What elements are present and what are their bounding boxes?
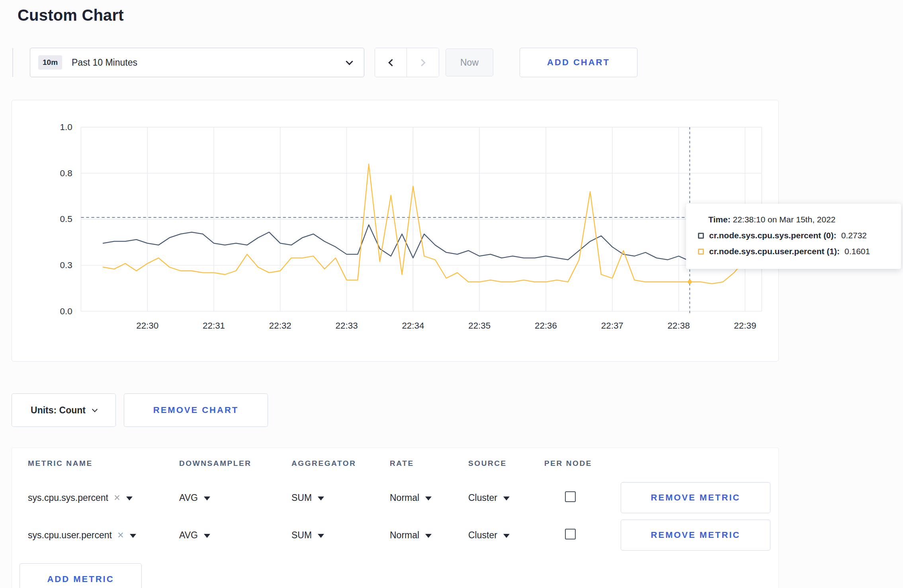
tooltip-time-label: Time: [708, 215, 731, 224]
header-source: SOURCE [468, 459, 544, 468]
cpu-line-chart[interactable]: 0.00.30.50.81.022:3022:3122:3222:3322:34… [12, 100, 778, 361]
units-dropdown[interactable]: Units: Count [12, 393, 116, 427]
remove-chart-button[interactable]: REMOVE CHART [124, 393, 268, 427]
svg-text:1.0: 1.0 [60, 122, 72, 132]
close-icon[interactable]: × [117, 530, 124, 541]
svg-text:22:31: 22:31 [203, 321, 225, 331]
downsampler-value: AVG [179, 530, 198, 541]
svg-text:22:33: 22:33 [336, 321, 358, 331]
source-select[interactable]: Cluster [468, 530, 544, 541]
remove-metric-button[interactable]: REMOVE METRIC [621, 482, 770, 513]
dropdown-arrow-icon [425, 534, 432, 538]
metrics-table: METRIC NAME DOWNSAMPLER AGGREGATOR RATE … [12, 448, 779, 588]
chevron-right-icon [418, 59, 425, 66]
tooltip-series-row: cr.node.sys.cpu.user.percent (1): 0.1601 [698, 247, 889, 256]
per-node-checkbox[interactable] [565, 491, 576, 502]
per-node-cell [544, 529, 621, 542]
svg-text:22:39: 22:39 [734, 321, 756, 331]
metric-name: sys.cpu.user.percent [28, 530, 112, 541]
header-per-node: PER NODE [544, 459, 621, 468]
aggregator-value: SUM [291, 530, 312, 541]
dropdown-arrow-icon [318, 534, 324, 538]
chevron-down-icon [92, 407, 98, 412]
svg-text:22:34: 22:34 [402, 321, 424, 331]
controls-divider [12, 48, 13, 77]
metrics-table-header: METRIC NAME DOWNSAMPLER AGGREGATOR RATE … [12, 448, 778, 479]
header-downsampler: DOWNSAMPLER [179, 459, 291, 468]
rate-select[interactable]: Normal [390, 493, 468, 503]
metric-row: sys.cpu.user.percent × AVG SUM Normal Cl… [12, 516, 778, 554]
add-metric-button[interactable]: ADD METRIC [20, 563, 142, 588]
time-range-label: Past 10 Minutes [72, 57, 137, 68]
metric-select[interactable]: sys.cpu.user.percent × [28, 530, 179, 541]
time-nav-group [375, 48, 439, 77]
chart-tooltip: Time: 22:38:10 on Mar 15th, 2022 cr.node… [686, 204, 901, 269]
custom-chart-page: Custom Chart 10m Past 10 Minutes Now ADD… [0, 6, 903, 588]
tooltip-time-value: 22:38:10 on Mar 15th, 2022 [733, 215, 835, 224]
per-node-checkbox[interactable] [565, 529, 576, 539]
downsampler-value: AVG [179, 493, 198, 503]
series-swatch-sys-icon [698, 233, 704, 239]
dropdown-arrow-icon [503, 534, 510, 538]
now-button[interactable]: Now [446, 49, 493, 76]
prev-time-button[interactable] [375, 48, 407, 77]
tooltip-series-value: 0.2732 [841, 231, 867, 240]
svg-text:22:35: 22:35 [468, 321, 491, 331]
close-icon[interactable]: × [114, 493, 120, 503]
series-swatch-user-icon [698, 249, 704, 255]
dropdown-arrow-icon [318, 496, 324, 500]
per-node-cell [544, 491, 621, 504]
tooltip-series-label: cr.node.sys.cpu.sys.percent (0): [709, 231, 837, 240]
metric-select[interactable]: sys.cpu.sys.percent × [28, 493, 179, 503]
svg-text:0.5: 0.5 [60, 214, 72, 224]
rate-value: Normal [390, 530, 419, 541]
aggregator-select[interactable]: SUM [291, 493, 390, 503]
header-rate: RATE [390, 459, 468, 468]
tooltip-time: Time: 22:38:10 on Mar 15th, 2022 [698, 215, 889, 224]
dropdown-arrow-icon [204, 534, 210, 538]
time-range-dropdown[interactable]: 10m Past 10 Minutes [30, 48, 364, 77]
time-range-badge: 10m [38, 55, 62, 70]
tooltip-series-row: cr.node.sys.cpu.sys.percent (0): 0.2732 [698, 231, 889, 240]
source-select[interactable]: Cluster [468, 493, 544, 503]
rate-value: Normal [390, 493, 419, 503]
chart-card: 0.00.30.50.81.022:3022:3122:3222:3322:34… [12, 100, 779, 362]
metric-row: sys.cpu.sys.percent × AVG SUM Normal Clu… [12, 479, 778, 516]
svg-text:22:36: 22:36 [535, 321, 557, 331]
rate-select[interactable]: Normal [390, 530, 468, 541]
svg-text:0.8: 0.8 [60, 168, 72, 178]
dropdown-arrow-icon [126, 496, 133, 500]
chevron-down-icon [346, 58, 353, 65]
svg-text:22:30: 22:30 [136, 321, 158, 331]
remove-metric-button[interactable]: REMOVE METRIC [621, 520, 770, 551]
units-label: Units: Count [31, 405, 86, 416]
header-metric-name: METRIC NAME [28, 459, 179, 468]
dropdown-arrow-icon [503, 496, 510, 500]
dropdown-arrow-icon [425, 496, 432, 500]
aggregator-select[interactable]: SUM [291, 530, 390, 541]
downsampler-select[interactable]: AVG [179, 530, 291, 541]
chart-footer-controls: Units: Count REMOVE CHART [12, 393, 903, 427]
page-title: Custom Chart [18, 6, 903, 24]
svg-text:0.3: 0.3 [60, 260, 72, 270]
svg-text:22:32: 22:32 [269, 321, 291, 331]
add-chart-button[interactable]: ADD CHART [520, 48, 637, 77]
svg-text:22:37: 22:37 [601, 321, 624, 331]
svg-text:22:38: 22:38 [668, 321, 690, 331]
tooltip-series-label: cr.node.sys.cpu.user.percent (1): [709, 247, 840, 256]
source-value: Cluster [468, 530, 497, 541]
dropdown-arrow-icon [130, 534, 136, 538]
source-value: Cluster [468, 493, 497, 503]
svg-text:0.0: 0.0 [60, 306, 72, 316]
header-aggregator: AGGREGATOR [291, 459, 390, 468]
next-time-button[interactable] [407, 48, 439, 77]
aggregator-value: SUM [291, 493, 312, 503]
chevron-left-icon [388, 59, 395, 66]
time-controls: 10m Past 10 Minutes Now ADD CHART [12, 47, 903, 78]
dropdown-arrow-icon [204, 496, 210, 500]
metric-name: sys.cpu.sys.percent [28, 493, 108, 503]
downsampler-select[interactable]: AVG [179, 493, 291, 503]
tooltip-series-value: 0.1601 [844, 247, 870, 256]
